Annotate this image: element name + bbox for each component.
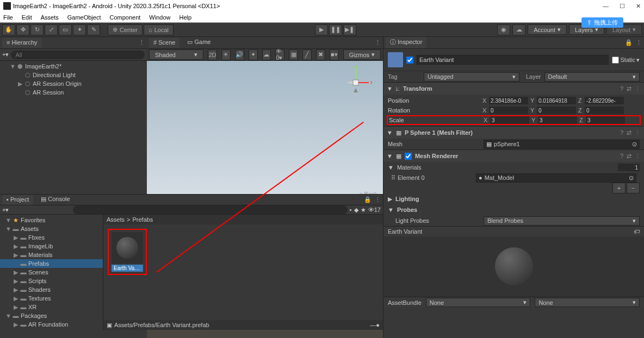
project-create-button[interactable]: +▾ xyxy=(2,206,9,214)
sky-icon[interactable]: ☁ xyxy=(262,49,271,60)
step-button[interactable]: ▶❚ xyxy=(343,24,356,35)
project-lock-icon[interactable]: 🔒 xyxy=(364,196,371,203)
account-dropdown[interactable]: Account▾ xyxy=(528,24,567,35)
hierarchy-item[interactable]: ⬡Directional Light xyxy=(0,71,147,79)
menu-assets[interactable]: Assets xyxy=(41,14,59,21)
project-menu-icon[interactable]: ⋮ xyxy=(375,196,381,203)
help-icon[interactable]: ? xyxy=(620,129,623,136)
menu-icon[interactable]: ⋮ xyxy=(635,85,641,92)
inspector-menu-icon[interactable]: ⋮ xyxy=(636,39,642,46)
renderer-enabled-checkbox[interactable] xyxy=(405,153,412,160)
2d-toggle[interactable]: 2D xyxy=(208,49,217,60)
breadcrumb-prefabs[interactable]: Prefabs xyxy=(132,216,153,223)
add-material-button[interactable]: + xyxy=(612,183,626,193)
mesh-field[interactable]: ▦pSphere1⊙ xyxy=(484,140,640,149)
position-x-input[interactable] xyxy=(489,97,528,104)
menu-icon[interactable]: ⋮ xyxy=(635,153,641,160)
foldout-icon[interactable]: ▶ xyxy=(388,196,392,203)
collab-icon[interactable]: ◉ xyxy=(497,24,510,35)
hidden-count[interactable]: 👁17 xyxy=(368,206,381,213)
minimize-button[interactable]: — xyxy=(603,3,609,10)
tools-icon[interactable]: ✖ xyxy=(316,49,325,60)
project-tree-item[interactable]: ▶▬AR Foundation xyxy=(0,320,103,329)
scale-y-input[interactable] xyxy=(538,116,577,124)
project-tree-item[interactable]: ▬Prefabs xyxy=(0,259,103,268)
rotate-tool[interactable]: ↻ xyxy=(30,24,44,35)
gameobject-name-input[interactable] xyxy=(417,55,609,65)
hierarchy-item[interactable]: ▼⬢ImageEarth2* xyxy=(0,62,147,71)
foldout-icon[interactable]: ▼ xyxy=(387,153,393,159)
search-label-icon[interactable]: ◆ xyxy=(354,206,358,214)
material-field[interactable]: ●Mat_Model⊙ xyxy=(476,173,636,183)
project-tree-item[interactable]: ▶▬Textures xyxy=(0,294,103,303)
breadcrumb-assets[interactable]: Assets xyxy=(107,216,125,223)
menu-file[interactable]: File xyxy=(3,14,13,21)
grid-icon[interactable]: ▦ xyxy=(289,49,298,60)
cloud-icon[interactable]: ☁ xyxy=(512,24,525,35)
menu-component[interactable]: Component xyxy=(109,14,140,21)
rect-tool[interactable]: ▭ xyxy=(59,24,72,35)
menu-edit[interactable]: Edit xyxy=(22,14,32,21)
active-checkbox[interactable] xyxy=(406,57,413,64)
close-button[interactable]: ✕ xyxy=(636,3,641,10)
pivot-toggle[interactable]: ⊕Center xyxy=(108,24,143,35)
play-button[interactable]: ▶ xyxy=(315,24,328,35)
rotation-x-input[interactable] xyxy=(489,107,528,114)
tab-hierarchy[interactable]: ≡ Hierarchy xyxy=(2,38,42,48)
tab-inspector[interactable]: ⓘ Inspector xyxy=(386,37,426,48)
vis-icon[interactable]: 👁0▾ xyxy=(275,49,284,60)
tab-console[interactable]: ▤ Console xyxy=(36,195,74,205)
preview-tag-icon[interactable]: 🏷 xyxy=(634,228,640,235)
hand-tool[interactable]: ✋ xyxy=(2,24,15,35)
space-toggle[interactable]: ⌂Local xyxy=(144,24,174,35)
rotation-z-input[interactable] xyxy=(585,107,624,114)
position-y-input[interactable] xyxy=(537,97,576,104)
scale-tool[interactable]: ⤢ xyxy=(45,24,58,35)
preset-icon[interactable]: ⇄ xyxy=(627,153,631,160)
help-icon[interactable]: ? xyxy=(620,85,623,92)
gameobject-icon[interactable] xyxy=(388,52,403,67)
light-icon[interactable]: ☀ xyxy=(221,49,231,60)
preset-icon[interactable]: ⇄ xyxy=(627,85,631,92)
audio-icon[interactable]: 🔊 xyxy=(235,49,244,60)
project-tree-item[interactable]: ▼▬Assets xyxy=(0,224,103,233)
hierarchy-item[interactable]: ⬡AR Session xyxy=(0,88,147,97)
move-tool[interactable]: ✥ xyxy=(16,24,29,35)
scale-z-input[interactable] xyxy=(586,116,625,124)
tab-project[interactable]: ▪ Project xyxy=(2,195,33,205)
project-tree-item[interactable]: ▶▬Shaders xyxy=(0,285,103,294)
inspector-lock-icon[interactable]: 🔒 xyxy=(625,39,633,46)
menu-help[interactable]: Help xyxy=(179,14,191,21)
gizmos-dropdown[interactable]: Gizmos▾ xyxy=(343,49,381,60)
transform-tool[interactable]: ✦ xyxy=(73,24,86,35)
shading-dropdown[interactable]: Shaded▾ xyxy=(149,49,203,60)
fx-icon[interactable]: ✦ xyxy=(249,49,258,60)
help-icon[interactable]: ? xyxy=(620,153,623,160)
materials-count-input[interactable] xyxy=(618,164,640,171)
asset-earth-variant[interactable]: Earth Vari... xyxy=(108,229,147,275)
menu-window[interactable]: Window xyxy=(149,14,170,21)
tag-dropdown[interactable]: Untagged▾ xyxy=(424,72,519,82)
remove-material-button[interactable]: − xyxy=(627,183,640,193)
assetbundle-dropdown[interactable]: None▾ xyxy=(426,298,531,307)
assetbundle-variant-dropdown[interactable]: None▾ xyxy=(535,298,640,307)
project-search-input[interactable] xyxy=(73,205,347,214)
orientation-gizmo[interactable]: y x xyxy=(339,66,372,99)
preview-sphere[interactable] xyxy=(495,247,533,285)
scene-menu-icon[interactable]: ⋮ xyxy=(375,39,381,46)
tab-game[interactable]: ▭ Game xyxy=(183,37,215,48)
camera-icon[interactable]: ■▾ xyxy=(330,49,339,60)
hierarchy-search-input[interactable] xyxy=(11,51,145,59)
project-tree-item[interactable]: ▶▬Fbxes xyxy=(0,233,103,242)
menu-icon[interactable]: ⋮ xyxy=(635,129,641,136)
upload-badge[interactable]: ⇪拖拽上传 xyxy=(581,17,623,28)
position-z-input[interactable] xyxy=(585,97,624,104)
pause-button[interactable]: ❚❚ xyxy=(329,24,342,35)
layer-dropdown[interactable]: Default▾ xyxy=(544,72,640,82)
project-tree-item[interactable]: ▼★Favorites xyxy=(0,216,103,224)
maximize-button[interactable]: ☐ xyxy=(620,3,625,10)
preset-icon[interactable]: ⇄ xyxy=(627,129,631,136)
project-tree-item[interactable]: ▶▬Scripts xyxy=(0,277,103,285)
foldout-icon[interactable]: ▼ xyxy=(387,85,393,92)
foldout-icon[interactable]: ▼ xyxy=(388,164,394,171)
